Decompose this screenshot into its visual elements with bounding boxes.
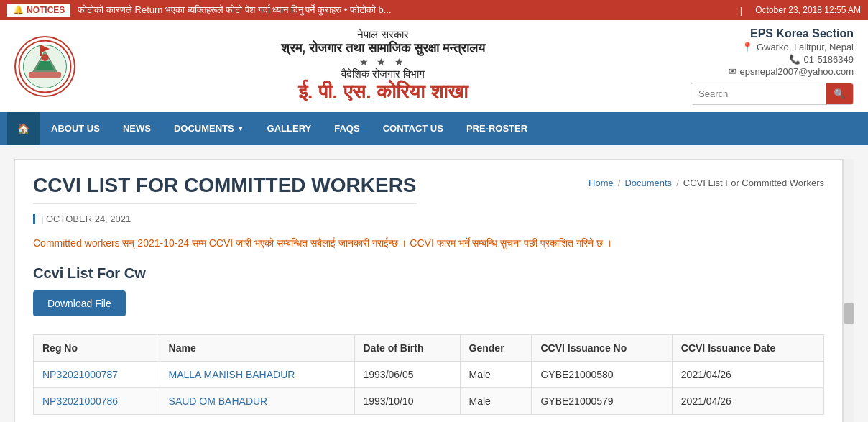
cell-ccvi-no: GYBE21000579	[532, 388, 672, 415]
nav-news[interactable]: NEWS	[111, 112, 162, 145]
cell-dob: 1993/10/10	[354, 388, 460, 415]
notices-date: October 23, 2018 12:55 AM	[755, 5, 861, 15]
data-table: Reg No Name Date of Birth Gender CCVI Is…	[33, 334, 824, 415]
breadcrumb: Home / Documents / CCVI List For Committ…	[588, 178, 824, 188]
breadcrumb-sep1: /	[618, 178, 621, 188]
cell-ccvi-date: 2021/04/26	[672, 362, 823, 388]
breadcrumb-documents[interactable]: Documents	[624, 178, 672, 188]
content-wrapper: CCVI LIST FOR COMMITTED WORKERS Home / D…	[0, 145, 868, 422]
home-icon: 🏠	[17, 123, 29, 134]
cell-name[interactable]: SAUD OM BAHADUR	[160, 388, 354, 415]
documents-dropdown-arrow: ▼	[237, 124, 244, 132]
page-description: Committed workers सन् 2021-10-24 सम्म CC…	[33, 235, 824, 251]
org-location: 📍 Gwarko, Lalitpur, Nepal	[691, 42, 854, 52]
logo-svg	[18, 40, 72, 93]
home-button[interactable]: 🏠	[7, 112, 40, 145]
cell-ccvi-no: GYBE21000580	[532, 362, 672, 388]
breadcrumb-current: CCVI List For Committed Workers	[683, 178, 824, 188]
table-header-row: Reg No Name Date of Birth Gender CCVI Is…	[34, 335, 824, 362]
nav-contact-us[interactable]: CONTACT US	[371, 112, 455, 145]
org-name: EPS Korea Section	[691, 27, 854, 40]
col-reg-no: Reg No	[34, 335, 160, 362]
email-text: epsnepal2007@yahoo.com	[740, 66, 854, 77]
page-title: CCVI LIST FOR COMMITTED WORKERS	[33, 174, 417, 204]
header-center: नेपाल सरकार श्रम, रोजगार तथा सामाजिक सुर…	[75, 28, 691, 104]
col-ccvi-no: CCVI Issuance No	[532, 335, 672, 362]
dept-name: वैदेशिक रोजगार विभाग	[75, 68, 691, 81]
nav-pre-roster[interactable]: PRE-ROSTER	[455, 112, 539, 145]
notices-icon: 🔔	[13, 5, 24, 15]
nav-faqs[interactable]: FAQS	[323, 112, 371, 145]
logo	[14, 36, 75, 97]
svg-rect-7	[40, 45, 42, 56]
ministry-name: श्रम, रोजगार तथा सामाजिक सुरक्षा मन्त्रा…	[75, 41, 691, 56]
search-icon: 🔍	[834, 88, 846, 99]
notices-text: NOTICES	[27, 5, 65, 15]
eps-title: ई. पी. एस. कोरिया शाखा	[75, 81, 691, 104]
nav-gallery[interactable]: GALLERY	[256, 112, 323, 145]
breadcrumb-home[interactable]: Home	[588, 178, 614, 188]
header-right: EPS Korea Section 📍 Gwarko, Lalitpur, Ne…	[691, 27, 854, 105]
section-title: Ccvi List For Cw	[33, 265, 824, 282]
col-name: Name	[160, 335, 354, 362]
cell-ccvi-date: 2021/04/26	[672, 388, 823, 415]
cell-dob: 1993/06/05	[354, 362, 460, 388]
search-input[interactable]	[691, 84, 826, 104]
svg-rect-6	[29, 72, 61, 78]
col-dob: Date of Birth	[354, 335, 460, 362]
gov-name: नेपाल सरकार	[75, 28, 691, 41]
search-box[interactable]: 🔍	[691, 83, 854, 105]
notices-label: 🔔 NOTICES	[7, 4, 70, 17]
navbar: 🏠 ABOUT US NEWS DOCUMENTS ▼ GALLERY FAQS…	[0, 112, 868, 145]
search-button[interactable]: 🔍	[826, 83, 853, 104]
cell-reg-no[interactable]: NP32021000787	[34, 362, 160, 388]
notices-separator: |	[740, 5, 742, 16]
col-ccvi-date: CCVI Issuance Date	[672, 335, 823, 362]
nav-about-us[interactable]: ABOUT US	[40, 112, 111, 145]
stars-divider: ★ ★ ★	[75, 56, 691, 68]
table-row: NP32021000786 SAUD OM BAHADUR 1993/10/10…	[34, 388, 824, 415]
notices-marquee: फोटोको कारणले Return भएका ब्यक्तिहरूले फ…	[78, 4, 734, 16]
notices-bar: 🔔 NOTICES फोटोको कारणले Return भएका ब्यक…	[0, 0, 868, 20]
location-text: Gwarko, Lalitpur, Nepal	[757, 42, 854, 52]
svg-point-5	[42, 54, 49, 61]
page-date: | OCTOBER 24, 2021	[33, 214, 824, 224]
nav-documents[interactable]: DOCUMENTS ▼	[162, 112, 256, 145]
download-button[interactable]: Download File	[33, 290, 126, 316]
org-phone: 📞 01-5186349	[691, 54, 854, 65]
table-row: NP32021000787 MALLA MANISH BAHADUR 1993/…	[34, 362, 824, 388]
header: नेपाल सरकार श्रम, रोजगार तथा सामाजिक सुर…	[0, 20, 868, 112]
phone-text: 01-5186349	[804, 54, 854, 65]
cell-reg-no[interactable]: NP32021000786	[34, 388, 160, 415]
location-icon: 📍	[742, 42, 753, 52]
cell-name[interactable]: MALLA MANISH BAHADUR	[160, 362, 354, 388]
org-email: ✉ epsnepal2007@yahoo.com	[691, 66, 854, 77]
col-gender: Gender	[460, 335, 532, 362]
breadcrumb-area: Home / Documents / CCVI List For Committ…	[588, 174, 824, 188]
side-scrollbar[interactable]	[843, 159, 854, 422]
phone-icon: 📞	[789, 54, 800, 65]
cell-gender: Male	[460, 362, 532, 388]
email-icon: ✉	[729, 66, 737, 77]
main-content: CCVI LIST FOR COMMITTED WORKERS Home / D…	[14, 159, 843, 422]
breadcrumb-sep2: /	[676, 178, 679, 188]
cell-gender: Male	[460, 388, 532, 415]
